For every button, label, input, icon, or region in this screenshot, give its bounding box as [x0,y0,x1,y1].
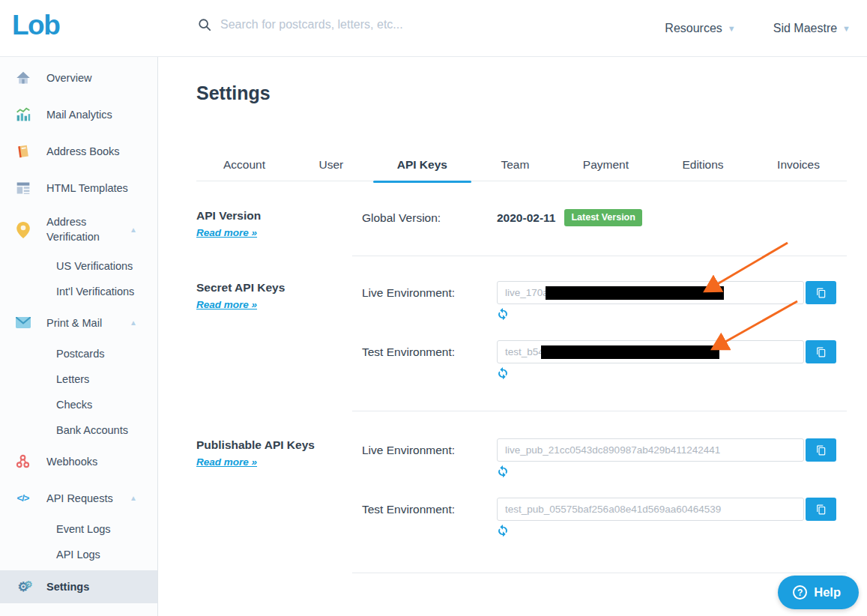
chevron-up-icon[interactable]: ▲ [130,494,137,502]
publishable-test-key-input[interactable] [497,498,804,521]
copy-button[interactable] [806,438,836,462]
copy-button[interactable] [806,340,836,363]
sidebar-item-label: Overview [46,72,91,84]
tab-editions[interactable]: Editions [682,149,723,181]
sidebar-item-label: US Verifications [56,260,133,272]
chevron-up-icon[interactable]: ▲ [130,318,137,327]
sidebar-item-postcards[interactable]: Postcards [0,341,157,366]
search-bar [198,18,535,31]
sidebar-item-address-verification[interactable]: Address Verification ▲ [0,206,157,253]
sidebar-item-label: Letters [56,373,89,385]
section-heading: API Version [196,209,362,223]
sidebar-item-label: Print & Mail [46,317,102,329]
sidebar-item-mail-analytics[interactable]: Mail Analytics [0,96,157,133]
key-prefix: live_170a [505,287,549,298]
sidebar-item-html-templates[interactable]: HTML Templates [0,169,157,206]
clipboard-icon [816,346,827,358]
section-divider [352,573,847,573]
tab-user[interactable]: User [319,149,344,181]
refresh-icon[interactable] [497,525,509,537]
topbar-right: Resources ▼ Sid Maestre ▼ [665,0,851,57]
sidebar-item-label: Address Verification [46,215,115,244]
sidebar-item-letters[interactable]: Letters [0,366,157,392]
envelope-icon [15,315,31,330]
sidebar-item-settings[interactable]: ⚙⚙ Settings [0,570,157,603]
read-more-link[interactable]: Read more » [196,299,257,310]
help-label: Help [814,585,841,600]
refresh-icon[interactable] [497,465,509,477]
template-icon [15,180,31,196]
settings-tabs: Account User API Keys Team Payment Editi… [196,149,847,181]
search-icon [198,18,211,31]
search-input[interactable] [220,18,535,31]
tab-api-keys[interactable]: API Keys [397,149,447,181]
tab-team[interactable]: Team [501,149,529,181]
bar-chart-icon [15,106,31,122]
sidebar-item-intl-verifications[interactable]: Int'l Verifications [0,279,157,304]
sidebar-item-us-verifications[interactable]: US Verifications [0,253,157,279]
latest-version-badge: Latest Version [564,209,641,226]
sidebar-item-overview[interactable]: Overview [0,59,157,96]
sidebar-item-label: Checks [56,399,92,411]
test-environment-label: Test Environment: [362,340,497,382]
sidebar-item-label: Webhooks [46,456,97,468]
chevron-up-icon[interactable]: ▲ [130,226,137,234]
live-environment-label: Live Environment: [362,438,497,480]
help-button[interactable]: ? Help [778,576,859,609]
sidebar-item-address-books[interactable]: Address Books [0,133,157,169]
section-heading: Publishable API Keys [196,438,362,452]
user-menu[interactable]: Sid Maestre ▼ [773,22,851,35]
sidebar-item-api-requests[interactable]: </> API Requests ▲ [0,480,157,516]
refresh-icon[interactable] [497,308,509,320]
sidebar-item-print-mail[interactable]: Print & Mail ▲ [0,304,157,341]
tab-account[interactable]: Account [223,149,265,181]
sidebar-item-label: Settings [46,581,89,593]
gears-icon: ⚙⚙ [15,579,31,595]
copy-button[interactable] [806,281,836,304]
secret-api-keys-section: Secret API Keys Read more » Live Environ… [196,256,847,411]
refresh-icon[interactable] [497,367,509,379]
tab-invoices[interactable]: Invoices [777,149,820,181]
publishable-live-key-input[interactable] [497,438,804,462]
clipboard-icon [816,444,827,456]
sidebar-item-label: HTML Templates [46,182,128,194]
home-icon [15,70,31,85]
resources-menu[interactable]: Resources ▼ [665,22,735,35]
code-icon: </> [15,490,31,506]
test-environment-label: Test Environment: [362,498,497,540]
sidebar-item-label: Event Logs [56,523,111,535]
sidebar-item-label: API Requests [46,492,113,504]
sidebar-item-label: API Logs [56,549,100,561]
sidebar-item-label: Mail Analytics [46,109,112,121]
secret-live-key-input[interactable]: live_170a [497,281,804,304]
sidebar-item-label: Postcards [56,348,104,360]
chevron-down-icon: ▼ [728,24,736,33]
resources-label: Resources [665,22,722,35]
chevron-down-icon: ▼ [842,24,851,33]
user-name: Sid Maestre [773,22,837,35]
page-title: Settings [196,82,847,104]
book-icon [15,143,31,159]
map-pin-icon [15,222,31,238]
sidebar-item-label: Int'l Verifications [56,286,134,298]
tab-payment[interactable]: Payment [583,149,629,181]
section-heading: Secret API Keys [196,281,362,295]
api-version-section: API Version Read more » Global Version: … [196,181,847,256]
sidebar-item-event-logs[interactable]: Event Logs [0,516,157,542]
redaction-overlay [546,286,724,300]
lob-logo[interactable]: Lob [12,10,59,41]
key-prefix: test_b54 [505,346,544,357]
read-more-link[interactable]: Read more » [196,227,257,238]
live-environment-label: Live Environment: [362,281,497,323]
sidebar-item-api-logs[interactable]: API Logs [0,542,157,567]
read-more-link[interactable]: Read more » [196,456,257,468]
secret-test-key-input[interactable]: test_b54 [497,340,804,363]
sidebar-item-checks[interactable]: Checks [0,392,157,417]
sidebar-item-label: Address Books [46,145,120,157]
topbar: Lob Resources ▼ Sid Maestre ▼ [0,0,867,57]
sidebar-item-bank-accounts[interactable]: Bank Accounts [0,417,157,443]
global-version-value: 2020-02-11 [497,211,555,225]
webhook-icon [15,453,31,469]
sidebar-item-webhooks[interactable]: Webhooks [0,443,157,480]
copy-button[interactable] [806,498,836,521]
